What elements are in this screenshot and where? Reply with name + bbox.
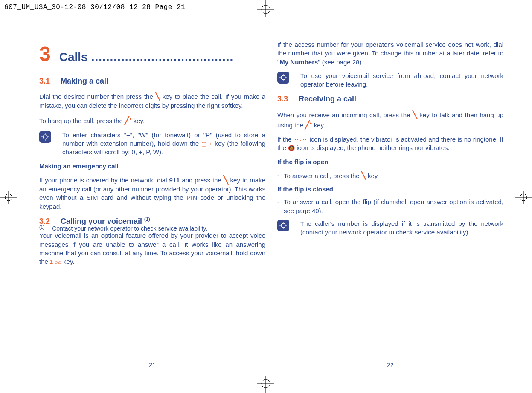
one-voicemail-key-icon: 1 ⌕⌕ [50,259,61,265]
registration-mark-top [255,0,276,17]
tip-text: The caller's number is displayed if it i… [300,220,503,237]
end-key-icon: ╱● [305,121,312,129]
section-title: Calling your voicemail (1) [61,217,150,225]
section-number: 3.3 [277,95,288,103]
svg-point-17 [281,75,285,80]
bullet-text: To answer a call, press the ╲ key. [284,170,503,181]
bullet-text: To answer a call, open the flip (if clam… [284,198,503,215]
bullet-dash: - [277,170,279,181]
svg-point-12 [43,135,47,139]
send-key-icon: ╲ [155,92,160,101]
bullet-flip-closed: - To answer a call, open the flip (if cl… [277,198,503,215]
emergency-subhead: Making an emergency call [39,162,265,170]
footnote: (1) Contact your network operator to che… [39,225,207,233]
flip-open-subhead: If the flip is open [277,158,503,166]
page-number-right: 22 [277,361,503,368]
emergency-number: 911 [169,176,180,184]
section-title: Making a call [61,77,108,85]
chapter-heading: 3 Calls ................................… [39,40,265,68]
paragraph-access-number: If the access number for your operator's… [277,40,503,66]
tip-box-chars: To enter characters "+", "W" (for tonewa… [39,131,265,157]
vibrate-icon: 〰▯〰 [294,136,308,143]
send-key-icon: ╲ [413,110,417,119]
tip-text: To enter characters "+", "W" (for tonewa… [62,131,265,157]
page-number-left: 21 [39,361,265,368]
tip-icon [277,72,289,84]
section-number: 3.2 [39,217,50,225]
tip-text: To use your voicemail service from abroa… [300,72,503,89]
tip-icon [39,131,51,143]
prepress-header: 607_UM_USA_30-12-08 30/12/08 12:28 Page … [4,3,185,11]
chapter-title: Calls [59,49,88,65]
registration-mark-left [0,191,17,204]
bullet-flip-open: - To answer a call, press the ╲ key. [277,170,503,181]
page-right: If the access number for your operator's… [277,40,503,242]
send-key-icon: ╲ [224,176,228,184]
flip-closed-subhead: If the flip is closed [277,185,503,194]
paragraph-receive: When you receive an incoming call, press… [277,110,503,130]
paragraph-emergency: If your phone is covered by the network,… [39,175,265,211]
footnote-text: Contact your network operator to check s… [52,225,207,233]
tip-icon [277,220,289,231]
my-numbers-ref: My Numbers [279,58,318,66]
paragraph-hangup: To hang up the call, press the ╱● key. [39,116,265,126]
silent-icon: 🔕 [288,145,295,151]
footnote-ref: (1) [144,217,150,222]
section-3-3-heading: 3.3 Receiving a call [277,94,503,104]
registration-mark-bottom [255,376,276,393]
chapter-dots: ...................................... [88,49,265,65]
send-key-icon: ╲ [361,171,366,180]
paragraph-voicemail: Your voicemail is an optional feature of… [39,231,265,266]
tip-box-abroad: To use your voicemail service from abroa… [277,72,503,89]
page-left: 3 Calls ................................… [39,40,265,271]
tip-box-caller-id: The caller's number is displayed if it i… [277,220,503,237]
section-number: 3.1 [39,77,50,85]
registration-mark-right [515,191,532,204]
zero-plus-key-icon: ▢ + [201,141,212,147]
paragraph-vibrate-icons: If the 〰▯〰 icon is displayed, the vibrat… [277,135,503,153]
svg-point-22 [281,223,285,228]
paragraph-dial: Dial the desired number then press the ╲… [39,91,265,110]
section-title: Receiving a call [299,95,356,103]
footnote-mark: (1) [39,225,44,233]
end-key-icon: ╱● [125,116,131,125]
section-3-1-heading: 3.1 Making a call [39,76,265,86]
chapter-number: 3 [39,40,51,68]
bullet-dash: - [277,198,279,215]
